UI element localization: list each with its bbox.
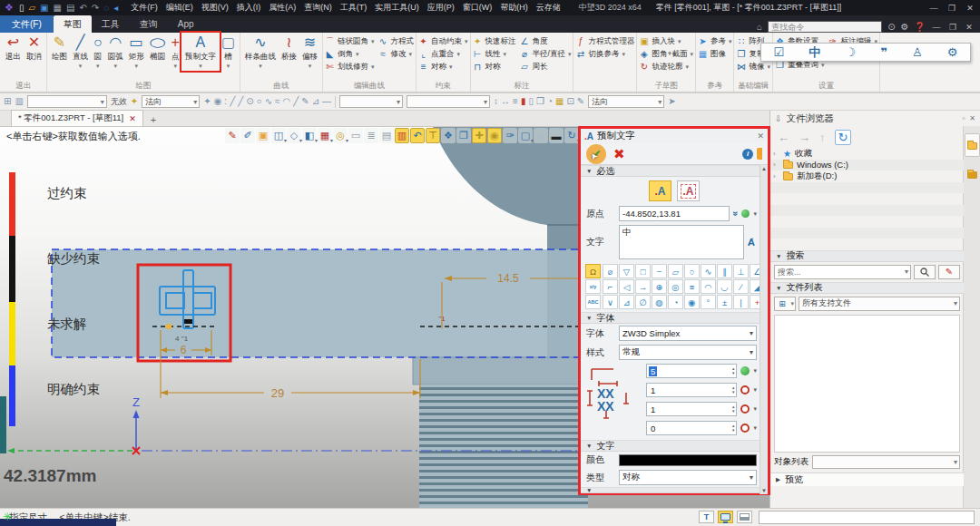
menu-item[interactable]: 实用工具(U) xyxy=(375,2,419,14)
spinner-input[interactable]: 0 xyxy=(646,421,737,435)
ribbon-button[interactable]: ✦自动约束 xyxy=(418,35,468,47)
open-file-icon[interactable]: ▱ xyxy=(28,4,35,13)
dropdown-caret-icon[interactable]: ▾ xyxy=(753,367,757,375)
forward-icon[interactable]: → xyxy=(799,131,810,144)
status-input-field[interactable] xyxy=(759,511,975,524)
symbol-button[interactable]: ≡ xyxy=(684,279,700,294)
spinner-arrows-icon[interactable] xyxy=(732,366,735,375)
advanced-search-button[interactable]: ✎ xyxy=(938,265,960,279)
search-icon[interactable]: ⊙ xyxy=(887,22,895,32)
info-icon[interactable] xyxy=(742,149,753,160)
toolbar-icon[interactable]: ❐ xyxy=(536,96,544,107)
tree-item-drive-c[interactable]: Windows (C:) xyxy=(770,160,964,171)
expander-icon[interactable] xyxy=(773,150,779,158)
normal-combo[interactable]: 法向 xyxy=(142,95,200,108)
ribbon-button[interactable]: ∠角度 xyxy=(520,35,572,47)
symbol-button[interactable]: ° xyxy=(701,295,716,309)
toolbar-icon[interactable]: ◠ xyxy=(283,96,291,107)
section-search[interactable]: 搜索 xyxy=(786,249,804,262)
home-icon[interactable]: ⌂ xyxy=(757,22,762,32)
symbol-button[interactable]: | xyxy=(733,295,749,309)
spinner-input[interactable]: 1 xyxy=(646,402,737,416)
tree-item-favorites[interactable]: ★ 收藏 xyxy=(770,148,964,160)
part-step[interactable] xyxy=(413,357,588,385)
symbol-button[interactable]: ∅ xyxy=(635,295,651,309)
toolbar-icon[interactable]: ▯ xyxy=(528,96,534,107)
panel-close-icon[interactable]: ✕ xyxy=(969,114,975,122)
dialog-close-icon[interactable] xyxy=(757,132,764,141)
doc-restore-button[interactable] xyxy=(947,23,958,32)
pencil-icon[interactable]: ✎ xyxy=(225,128,240,143)
ribbon-tab[interactable]: 草图 xyxy=(54,15,92,33)
text-style-icon[interactable]: A xyxy=(748,237,757,248)
black-bar-icon[interactable]: ▬ xyxy=(549,128,564,143)
part-threads[interactable] xyxy=(419,385,588,508)
menu-item[interactable]: 帮助(H) xyxy=(500,2,528,14)
symbol-button[interactable]: ∥ xyxy=(717,264,732,278)
symbol-button[interactable]: → xyxy=(635,279,651,294)
back-icon[interactable]: ← xyxy=(778,131,789,144)
help-icon[interactable]: ❓ xyxy=(915,22,926,32)
ribbon-button[interactable]: ⌒链状圆角 xyxy=(325,35,375,47)
symbol-zhong-icon[interactable]: 中 xyxy=(808,44,820,61)
ribbon-button[interactable]: ⊓对称 xyxy=(473,61,516,73)
stamp-icon[interactable]: ⊤ xyxy=(426,128,440,143)
gear-icon[interactable]: ⚙ xyxy=(947,45,958,59)
symbol-button[interactable]: ⌐ xyxy=(603,279,618,294)
doc-minimize-button[interactable] xyxy=(931,23,942,32)
dropdown-caret-icon[interactable]: ▾ xyxy=(753,405,757,413)
undo-view-icon[interactable]: ↶ xyxy=(410,128,425,143)
expander-icon[interactable] xyxy=(773,161,779,169)
toolbar-icon[interactable]: ◔ xyxy=(547,96,553,107)
back-icon[interactable]: ◂ xyxy=(113,4,118,13)
symbol-button[interactable]: ∿ xyxy=(701,264,716,278)
ring-icon[interactable]: ◎ xyxy=(333,128,348,143)
flat-view-icon[interactable]: ▭ xyxy=(348,128,363,143)
search-input-wrap[interactable] xyxy=(774,265,911,279)
symbol-button[interactable]: □ xyxy=(635,264,651,278)
ribbon-button[interactable]: ▱周长 xyxy=(520,61,572,73)
toolbar-icon[interactable]: ◉ xyxy=(214,96,222,107)
ribbon-button[interactable]: ⇄切换参考 xyxy=(575,48,634,60)
restore-button[interactable] xyxy=(946,4,957,13)
section-file-list[interactable]: 文件列表 xyxy=(786,281,822,294)
state-globe-icon[interactable] xyxy=(740,366,750,375)
ribbon-tab[interactable]: App xyxy=(168,15,204,33)
state-globe-icon[interactable] xyxy=(740,424,750,433)
symbol-button[interactable]: − xyxy=(652,264,667,278)
ribbon-button[interactable]: ≡对称 xyxy=(418,61,468,73)
toolbar-icon[interactable]: ╱ xyxy=(230,96,235,107)
dialog-scrollbar[interactable]: ▲▼ xyxy=(760,165,768,494)
list-icon[interactable]: ≣ xyxy=(364,128,378,143)
new-tab-button[interactable]: + xyxy=(143,113,163,126)
origin-point[interactable] xyxy=(166,324,172,329)
toolbar-icon[interactable]: ╱ xyxy=(238,96,243,107)
ribbon-button[interactable]: ∿样条曲线 xyxy=(242,34,279,70)
toolbar-icon[interactable]: ⊙ xyxy=(246,96,253,107)
menu-item[interactable]: 云存储 xyxy=(536,2,561,14)
symbol-quotes-icon[interactable]: ❞ xyxy=(880,45,887,59)
toolbar-icon[interactable]: ✎ xyxy=(577,96,584,107)
text-mode-toggle[interactable]: A xyxy=(649,180,671,201)
search-input[interactable] xyxy=(778,268,900,277)
symbol-button[interactable]: ◎ xyxy=(668,279,683,294)
print-preview-icon[interactable]: ▤ xyxy=(66,4,74,13)
text-mode-button[interactable]: T xyxy=(699,511,714,523)
menu-item[interactable]: 插入(I) xyxy=(237,2,261,14)
dropdown-caret-icon[interactable]: ▾ xyxy=(753,210,757,218)
ribbon-button[interactable]: ✎绘图 xyxy=(49,34,70,63)
toolbar-icon[interactable]: ≈ xyxy=(275,96,280,107)
toolbar-icon[interactable]: ▮ xyxy=(521,96,526,107)
crosshair-icon[interactable]: ✚ xyxy=(472,128,486,143)
annotate-icon[interactable]: ✑ xyxy=(503,128,517,143)
toolbar-icon[interactable]: ↕ xyxy=(494,96,498,107)
toolbar-icon[interactable]: ╱ xyxy=(293,96,299,107)
tab-close-icon[interactable]: ✕ xyxy=(129,114,136,123)
menu-item[interactable]: 应用(P) xyxy=(427,2,455,14)
tree-item-drive-d[interactable]: 新加卷(D:) xyxy=(770,170,964,182)
ribbon-button[interactable]: ↻轨迹轮廓 xyxy=(639,61,692,73)
cancel-button[interactable]: ✖ xyxy=(613,146,625,162)
symbol-button[interactable]: ⊿ xyxy=(619,295,634,309)
target-icon[interactable]: ◉ xyxy=(487,128,502,143)
ribbon-button[interactable]: ➤参考 xyxy=(698,35,732,47)
